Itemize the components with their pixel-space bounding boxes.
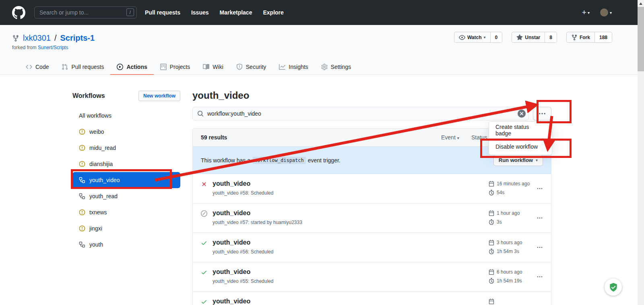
- run-subtitle: youth_video #55: Scheduled: [213, 278, 273, 284]
- fork-source-link[interactable]: Sunert/Scripts: [38, 45, 68, 50]
- run-title-link[interactable]: youth_video: [213, 180, 273, 187]
- star-icon: [516, 34, 523, 41]
- tab-code[interactable]: Code: [19, 59, 55, 75]
- run-info: youth_video: [213, 298, 250, 305]
- watch-button[interactable]: Watch ▾: [454, 32, 490, 42]
- sidebar-item-label: All workflows: [79, 112, 111, 119]
- book-icon: [203, 64, 209, 70]
- search-icon: [197, 110, 204, 117]
- repo-forked-icon: [12, 35, 19, 42]
- workflow-filter: [192, 107, 529, 120]
- nav-issues[interactable]: Issues: [191, 9, 209, 16]
- kebab-horizontal-icon: [537, 215, 543, 221]
- sidebar-item-midu-read[interactable]: midu_read: [72, 140, 180, 156]
- project-icon: [160, 64, 167, 70]
- status-filter-dropdown[interactable]: Status ▾: [471, 134, 491, 141]
- nav-pull-requests[interactable]: Pull requests: [145, 9, 180, 16]
- header-search-input[interactable]: [34, 6, 137, 19]
- alert-icon: [79, 209, 85, 216]
- tab-settings[interactable]: Settings: [315, 59, 358, 75]
- scrollbar-thumb[interactable]: [638, 7, 644, 71]
- check-success-icon: [201, 240, 207, 246]
- run-options-button[interactable]: [535, 272, 545, 283]
- workflows-list: All workflows weibo midu_read dianshijia…: [72, 108, 180, 253]
- run-time: 6 hours ago: [497, 269, 522, 275]
- unstar-button[interactable]: Unstar: [512, 32, 545, 42]
- kebab-horizontal-icon: [538, 110, 546, 118]
- menu-item-disable-workflow[interactable]: Disable workflow: [489, 138, 552, 155]
- tab-label: Code: [35, 64, 49, 70]
- workflow-page-title: youth_video: [192, 89, 551, 102]
- sidebar-item-label: youth: [89, 241, 103, 248]
- workflow-options-menu: Create status badge Disable workflow: [489, 121, 552, 155]
- tab-security[interactable]: Security: [230, 59, 273, 75]
- sidebar-header: Workflows New workflow: [72, 90, 180, 102]
- tab-projects[interactable]: Projects: [154, 59, 197, 75]
- workflow-options-button[interactable]: [533, 107, 551, 120]
- repo-tabs: Code Pull requests Actions Projects Wiki…: [19, 59, 357, 75]
- run-info: youth_video youth_video #56: Scheduled: [213, 239, 273, 255]
- sidebar-item-dianshijia[interactable]: dianshijia: [72, 156, 180, 172]
- workflow-icon: [79, 177, 85, 183]
- tab-wiki[interactable]: Wiki: [196, 59, 229, 75]
- scrollbar-up-arrow[interactable]: [638, 0, 644, 7]
- run-options-button[interactable]: [535, 243, 545, 253]
- tab-insights[interactable]: Insights: [272, 59, 314, 75]
- repo-forked-icon: [571, 34, 578, 41]
- run-options-button[interactable]: [535, 184, 545, 195]
- clear-filter-button[interactable]: [518, 110, 526, 118]
- run-meta: [489, 297, 497, 305]
- avatar: [600, 8, 608, 17]
- slash-shortcut-key: /: [126, 8, 134, 16]
- sidebar-item-txnews[interactable]: txnews: [72, 204, 180, 220]
- run-title-link[interactable]: youth_video: [213, 239, 273, 246]
- fork-count[interactable]: 188: [594, 32, 612, 42]
- stopwatch-icon: [489, 190, 494, 195]
- github-logo-icon[interactable]: [12, 6, 25, 19]
- star-count[interactable]: 8: [545, 32, 557, 42]
- create-new-menu[interactable]: +▾: [582, 8, 590, 17]
- run-subtitle: youth_video #58: Scheduled: [213, 190, 273, 196]
- run-meta: 16 minutes ago 54s: [489, 179, 530, 197]
- repo-name-link[interactable]: Scripts-1: [60, 33, 95, 43]
- calendar-icon: [489, 299, 494, 304]
- tab-actions[interactable]: Actions: [110, 59, 153, 75]
- menu-item-create-status-badge[interactable]: Create status badge: [489, 122, 552, 138]
- star-button-group: Unstar 8: [512, 32, 557, 43]
- extension-shield-badge[interactable]: [605, 278, 622, 296]
- nav-marketplace[interactable]: Marketplace: [220, 9, 252, 16]
- run-meta: 6 hours ago 1h 54m 19s: [489, 268, 522, 285]
- user-menu[interactable]: ▾: [600, 8, 612, 17]
- watch-count[interactable]: 0: [490, 32, 502, 42]
- chevron-down-icon: ▾: [484, 35, 486, 39]
- workflow-filter-input[interactable]: [192, 107, 529, 120]
- tab-pull-requests[interactable]: Pull requests: [55, 59, 110, 75]
- nav-explore[interactable]: Explore: [263, 9, 283, 16]
- stopwatch-icon: [489, 249, 494, 254]
- sidebar-item-weibo[interactable]: weibo: [72, 124, 180, 140]
- triangle-up-icon: [639, 2, 642, 5]
- sidebar-item-youth-read[interactable]: youth_read: [72, 188, 180, 204]
- event-filter-dropdown[interactable]: Event ▾: [441, 134, 459, 141]
- kebab-horizontal-icon: [537, 244, 543, 251]
- sidebar-item-all-workflows[interactable]: All workflows: [72, 108, 180, 124]
- run-title-link[interactable]: youth_video: [213, 210, 302, 217]
- run-options-button[interactable]: [535, 213, 545, 224]
- sidebar-item-youth[interactable]: youth: [72, 237, 180, 253]
- run-row: youth_video youth_video #58: Scheduled 1…: [193, 174, 551, 203]
- run-subtitle: youth_video #56: Scheduled: [213, 249, 273, 255]
- fork-button[interactable]: Fork: [567, 32, 594, 42]
- sidebar-item-youth-video[interactable]: youth_video: [72, 172, 180, 188]
- cancelled-icon: [201, 210, 207, 217]
- run-workflow-button[interactable]: Run workflow ▾: [493, 155, 543, 166]
- browser-scrollbar[interactable]: [638, 0, 644, 305]
- status-filter-label: Status: [471, 134, 487, 141]
- repo-owner-link[interactable]: lxk0301: [23, 33, 51, 43]
- run-title-link[interactable]: youth_video: [213, 298, 250, 305]
- sidebar-item-jingxi[interactable]: jingxi: [72, 220, 180, 237]
- banner-text: event trigger.: [308, 157, 341, 164]
- tab-label: Settings: [331, 64, 351, 70]
- new-workflow-button[interactable]: New workflow: [138, 91, 180, 101]
- tab-label: Projects: [170, 64, 190, 70]
- run-title-link[interactable]: youth_video: [213, 268, 273, 276]
